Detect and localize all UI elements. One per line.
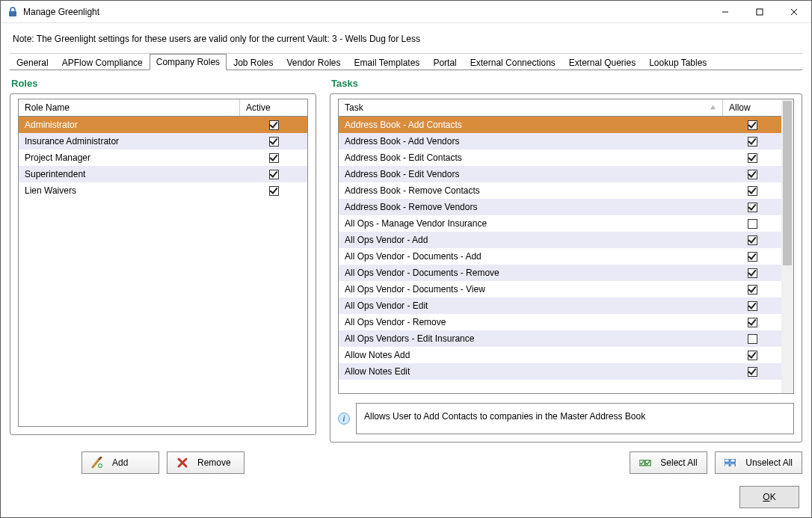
roles-row[interactable]: Insurance Administrator [19,133,307,149]
tab-vendor-roles[interactable]: Vendor Roles [280,55,348,70]
checkbox[interactable] [748,301,757,311]
task-name-cell: Allow Notes Edit [339,363,723,380]
checkbox[interactable] [748,203,757,212]
tasks-row[interactable]: All Ops Vendor - Remove [339,314,781,330]
task-allow-cell[interactable] [723,133,781,149]
task-allow-cell[interactable] [723,297,781,314]
tab-external-connections[interactable]: External Connections [464,55,562,70]
roles-row[interactable]: Administrator [19,117,307,133]
tasks-col-allow[interactable]: Allow [723,99,781,116]
checkbox[interactable] [748,170,757,179]
roles-row[interactable]: Superintendent [19,166,307,182]
tab-job-roles[interactable]: Job Roles [227,55,280,70]
tasks-scrollbar[interactable] [781,99,794,394]
roles-col-active[interactable]: Active [240,99,307,116]
unselect-all-button[interactable]: Unselect All [715,451,802,474]
tasks-row[interactable]: Allow Notes Edit [339,363,781,380]
maximize-button[interactable] [742,1,777,23]
tab-apflow-compliance[interactable]: APFlow Compliance [55,55,150,70]
ok-button[interactable]: OK [739,486,799,508]
role-active-cell[interactable] [240,182,307,199]
task-allow-cell[interactable] [723,215,781,232]
checkbox[interactable] [748,219,757,229]
checkbox[interactable] [748,334,757,344]
role-active-cell[interactable] [240,166,307,182]
checkbox[interactable] [269,186,279,196]
roles-row[interactable]: Lien Waivers [19,182,307,199]
task-allow-cell[interactable] [723,232,781,248]
checkbox[interactable] [269,137,279,147]
checkbox[interactable] [748,351,757,360]
checkbox[interactable] [748,235,757,245]
svg-rect-10 [725,463,729,466]
tasks-row[interactable]: Address Book - Add Contacts [339,117,781,133]
tasks-col-task[interactable]: Task [339,99,723,116]
tasks-row[interactable]: Address Book - Edit Vendors [339,166,781,182]
task-allow-cell[interactable] [723,182,781,199]
add-button[interactable]: Add [81,451,159,474]
task-allow-cell[interactable] [723,314,781,330]
roles-panel: Role Name Active AdministratorInsurance … [10,93,316,435]
tasks-row[interactable]: All Ops Vendor - Documents - View [339,281,781,297]
minimize-button[interactable] [708,1,742,23]
checkbox[interactable] [748,252,757,262]
tasks-row[interactable]: All Ops Vendor - Edit [339,297,781,314]
svg-rect-2 [757,9,763,15]
tab-company-roles[interactable]: Company Roles [150,54,227,70]
role-name-cell: Insurance Administrator [19,133,240,149]
task-description: Allows User to Add Contacts to companies… [356,403,794,434]
tab-lookup-tables[interactable]: Lookup Tables [642,55,713,70]
tasks-panel: Task Allow Address Book - Add ContactsAd… [330,93,802,443]
close-button[interactable] [777,1,811,23]
checkbox[interactable] [748,268,757,278]
tab-general[interactable]: General [10,55,55,70]
tasks-row[interactable]: Address Book - Remove Contacts [339,182,781,199]
checkbox[interactable] [748,285,757,295]
tasks-row[interactable]: Address Book - Edit Contacts [339,149,781,166]
checkbox[interactable] [269,120,279,130]
task-allow-cell[interactable] [723,248,781,265]
task-name-cell: Allow Notes Add [339,347,723,363]
checkbox[interactable] [748,318,757,327]
roles-row[interactable]: Project Manager [19,149,307,166]
task-allow-cell[interactable] [723,199,781,215]
window-title: Manage Greenlight [23,7,708,17]
task-allow-cell[interactable] [723,330,781,347]
remove-button[interactable]: Remove [167,451,244,474]
tasks-row[interactable]: Allow Notes Add [339,347,781,363]
checkbox[interactable] [748,367,757,377]
checkbox[interactable] [269,153,279,163]
select-all-button[interactable]: Select All [630,451,707,474]
role-active-cell[interactable] [240,149,307,166]
task-allow-cell[interactable] [723,347,781,363]
tasks-row[interactable]: All Ops - Manage Vendor Insurance [339,215,781,232]
checkbox[interactable] [748,120,757,130]
checkbox[interactable] [269,170,279,179]
tab-external-queries[interactable]: External Queries [562,55,642,70]
tasks-row[interactable]: All Ops Vendors - Edit Insurance [339,330,781,347]
task-name-cell: All Ops Vendor - Edit [339,297,723,314]
tasks-title: Tasks [330,78,802,89]
tasks-row[interactable]: All Ops Vendor - Documents - Add [339,248,781,265]
tasks-row[interactable]: Address Book - Add Vendors [339,133,781,149]
tasks-row[interactable]: Address Book - Remove Vendors [339,199,781,215]
task-allow-cell[interactable] [723,265,781,281]
tab-portal[interactable]: Portal [426,55,463,70]
task-allow-cell[interactable] [723,117,781,133]
scrollbar-thumb[interactable] [783,101,792,265]
role-active-cell[interactable] [240,117,307,133]
svg-rect-9 [731,459,735,462]
tasks-row[interactable]: All Ops Vendor - Documents - Remove [339,265,781,281]
role-active-cell[interactable] [240,133,307,149]
task-allow-cell[interactable] [723,281,781,297]
task-allow-cell[interactable] [723,363,781,380]
checkbox[interactable] [748,137,757,147]
checkbox[interactable] [748,186,757,196]
task-name-cell: Address Book - Add Contacts [339,117,723,133]
task-allow-cell[interactable] [723,166,781,182]
tasks-row[interactable]: All Ops Vendor - Add [339,232,781,248]
roles-col-name[interactable]: Role Name [19,99,240,116]
tab-email-templates[interactable]: Email Templates [348,55,427,70]
checkbox[interactable] [748,153,757,163]
task-allow-cell[interactable] [723,149,781,166]
